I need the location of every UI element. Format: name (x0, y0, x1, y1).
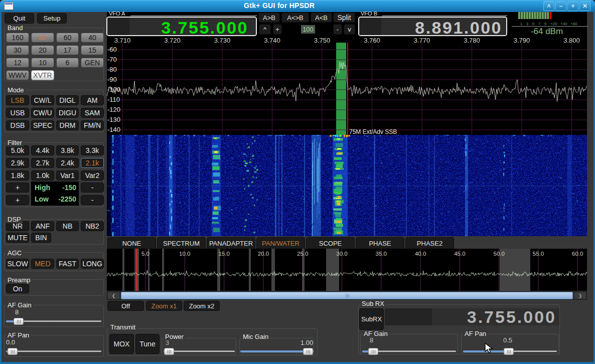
svg-text:3.770: 3.770 (414, 37, 430, 44)
svg-text:25.0: 25.0 (297, 251, 308, 257)
svg-text:-120: -120 (107, 106, 120, 113)
svg-text:-70: -70 (107, 56, 117, 63)
svg-text:10.0: 10.0 (179, 251, 190, 257)
svg-text:30.0: 30.0 (336, 251, 347, 257)
svg-text:+20: +20 (550, 22, 557, 26)
svg-text:-130: -130 (107, 116, 120, 123)
svg-text:35.0: 35.0 (376, 251, 387, 257)
svg-text:3.760: 3.760 (364, 37, 380, 44)
svg-text:-90: -90 (107, 76, 117, 83)
svg-text:75M Ext/Adv SSB: 75M Ext/Adv SSB (349, 128, 397, 135)
svg-text:+40: +40 (560, 22, 567, 26)
svg-text:-140: -140 (107, 126, 120, 133)
svg-text:7: 7 (538, 22, 541, 26)
svg-text:3.740: 3.740 (264, 37, 280, 44)
svg-text:5: 5 (532, 22, 535, 26)
svg-text:40.0: 40.0 (415, 251, 426, 257)
svg-text:60.0: 60.0 (572, 251, 583, 257)
svg-text:+60: +60 (570, 22, 577, 26)
svg-text:-64 dBm: -64 dBm (531, 27, 563, 36)
svg-text:15.0: 15.0 (218, 251, 229, 257)
svg-text:3.750: 3.750 (314, 37, 331, 44)
svg-text:20.0: 20.0 (258, 251, 269, 257)
svg-text:3.720: 3.720 (164, 37, 181, 44)
svg-text:9: 9 (544, 22, 547, 26)
svg-text:3.730: 3.730 (214, 37, 231, 44)
svg-text:3: 3 (526, 22, 529, 26)
svg-text:50.0: 50.0 (494, 251, 505, 257)
svg-text:3.710: 3.710 (114, 37, 131, 44)
svg-text:1: 1 (520, 22, 523, 26)
svg-text:-60: -60 (107, 46, 117, 53)
svg-text:55.0: 55.0 (533, 251, 544, 257)
svg-text:3.780: 3.780 (464, 37, 480, 44)
svg-text:45.0: 45.0 (454, 251, 465, 257)
svg-text:3.790: 3.790 (514, 37, 530, 44)
svg-text:-110: -110 (107, 96, 120, 103)
svg-text:3.800: 3.800 (563, 37, 580, 44)
svg-text:5.0: 5.0 (141, 251, 150, 257)
svg-text:-80: -80 (107, 66, 117, 73)
